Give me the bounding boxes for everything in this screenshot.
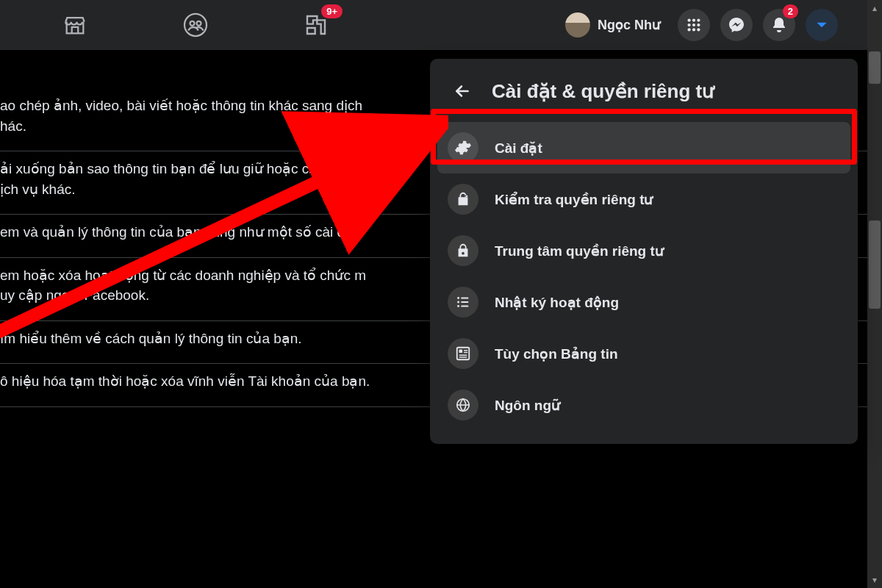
scroll-down-button[interactable]: ▾: [867, 572, 882, 588]
panel-header: Cài đặt & quyền riêng tư: [437, 69, 850, 122]
menu-item-label: Nhật ký hoạt động: [495, 294, 619, 311]
svg-rect-18: [461, 305, 468, 306]
menu-item-privacy-center[interactable]: Trung tâm quyền riêng tư: [437, 225, 850, 276]
scroll-thumb-mid[interactable]: [869, 220, 881, 309]
globe-icon: [448, 390, 478, 420]
settings-privacy-panel: Cài đặt & quyền riêng tư Cài đặt Kiểm tr…: [430, 59, 858, 444]
top-header: 9+ Ngọc Như 2: [0, 0, 867, 50]
menu-item-activity-log[interactable]: Nhật ký hoạt động: [437, 276, 850, 328]
menu-item-label: Ngôn ngữ: [495, 397, 560, 414]
svg-point-5: [697, 18, 700, 21]
gear-icon: [448, 132, 478, 163]
svg-point-9: [687, 28, 690, 31]
svg-point-15: [457, 301, 459, 304]
menu-item-label: Tùy chọn Bảng tin: [495, 345, 618, 362]
svg-point-13: [457, 297, 459, 299]
browser-scrollbar[interactable]: ▴ ▾: [867, 0, 882, 588]
menu-item-feed-preferences[interactable]: Tùy chọn Bảng tin: [437, 328, 850, 379]
menu-grid-button[interactable]: [678, 9, 710, 41]
svg-point-8: [697, 24, 700, 26]
account-dropdown-button[interactable]: [806, 9, 838, 41]
profile-button[interactable]: Ngọc Như: [558, 10, 667, 40]
svg-rect-16: [461, 301, 468, 303]
avatar: [565, 12, 590, 37]
marketplace-tab[interactable]: [59, 9, 91, 41]
profile-name: Ngọc Như: [598, 17, 660, 33]
svg-rect-14: [461, 297, 468, 298]
gaming-badge: 9+: [321, 4, 343, 18]
menu-item-label: Cài đặt: [495, 140, 542, 157]
back-button[interactable]: [448, 76, 477, 106]
notifications-badge: 2: [783, 4, 798, 18]
svg-point-2: [197, 21, 201, 26]
caret-down-icon: [814, 18, 829, 32]
feed-icon: [448, 338, 478, 369]
svg-point-7: [692, 24, 695, 26]
svg-point-1: [190, 21, 195, 26]
svg-point-11: [697, 28, 700, 31]
svg-point-6: [687, 24, 690, 26]
notifications-button[interactable]: 2: [763, 9, 795, 41]
svg-rect-23: [459, 354, 467, 356]
svg-point-10: [692, 28, 695, 31]
svg-point-0: [184, 14, 207, 36]
svg-point-4: [692, 18, 695, 21]
scroll-thumb-top[interactable]: [869, 51, 881, 84]
svg-rect-24: [459, 356, 467, 358]
scroll-up-button[interactable]: ▴: [867, 0, 882, 16]
svg-rect-20: [459, 350, 463, 354]
header-center-tabs: 9+: [0, 0, 332, 50]
messenger-button[interactable]: [720, 9, 753, 41]
svg-rect-22: [464, 352, 468, 354]
lock-heart-icon: [448, 184, 478, 215]
svg-rect-21: [464, 350, 468, 351]
menu-item-label: Trung tâm quyền riêng tư: [495, 243, 664, 259]
menu-item-privacy-checkup[interactable]: Kiểm tra quyền riêng tư: [437, 173, 850, 225]
menu-item-settings[interactable]: Cài đặt: [437, 122, 850, 173]
list-icon: [448, 287, 478, 318]
svg-point-17: [457, 305, 459, 307]
panel-title: Cài đặt & quyền riêng tư: [492, 80, 714, 103]
menu-item-label: Kiểm tra quyền riêng tư: [495, 191, 653, 208]
lock-icon: [448, 235, 478, 266]
svg-point-3: [687, 18, 690, 21]
header-right: Ngọc Như 2: [558, 0, 838, 50]
groups-tab[interactable]: [179, 9, 212, 41]
gaming-tab[interactable]: 9+: [300, 9, 332, 41]
menu-item-language[interactable]: Ngôn ngữ: [437, 379, 850, 431]
